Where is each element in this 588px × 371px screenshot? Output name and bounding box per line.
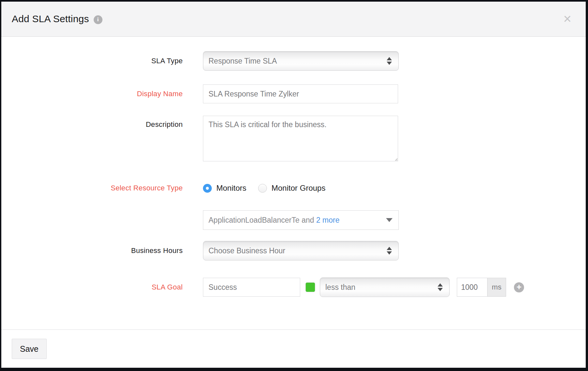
select-spinner-icon <box>438 283 443 291</box>
sla-type-label: SLA Type <box>1 57 183 65</box>
business-hours-selected-value: Choose Business Hour <box>209 246 387 255</box>
sla-goal-row: SLA Goal less than ms + <box>1 277 586 297</box>
sla-goal-controls: less than ms + <box>203 277 586 297</box>
display-name-label: Display Name <box>1 90 183 98</box>
sla-type-row: SLA Type Response Time SLA <box>1 51 586 71</box>
business-hours-select[interactable]: Choose Business Hour <box>203 241 399 260</box>
sla-goal-label: SLA Goal <box>1 283 183 291</box>
goal-condition-input[interactable] <box>203 278 300 297</box>
business-hours-row: Business Hours Choose Business Hour <box>1 241 586 260</box>
select-spinner-icon <box>387 247 392 255</box>
monitors-row: ApplicationLoadBalancerTe and 2 more <box>1 210 586 230</box>
display-name-input[interactable] <box>203 84 398 103</box>
resource-type-radio-group: Monitors Monitor Groups <box>203 182 586 194</box>
save-button[interactable]: Save <box>12 339 47 359</box>
description-label: Description <box>1 120 183 129</box>
goal-unit-addon: ms <box>487 278 506 296</box>
add-sla-settings-dialog: Add SLA Settings i × SLA Type Response T… <box>1 2 586 368</box>
dialog-header: Add SLA Settings i × <box>1 2 586 37</box>
radio-unselected-icon[interactable] <box>258 184 267 193</box>
resource-type-row: Select Resource Type Monitors Monitor Gr… <box>1 182 586 194</box>
goal-threshold-input[interactable] <box>457 278 487 296</box>
goal-status-swatch[interactable] <box>305 282 315 292</box>
goal-comparator-select[interactable]: less than <box>320 277 450 297</box>
dialog-footer: Save <box>1 329 586 368</box>
description-textarea[interactable]: This SLA is critical for the business. <box>203 116 398 161</box>
add-goal-plus-icon[interactable]: + <box>514 282 524 292</box>
info-icon[interactable]: i <box>94 15 102 24</box>
radio-option-monitor-groups[interactable]: Monitor Groups <box>258 184 325 193</box>
radio-selected-icon[interactable] <box>203 184 212 193</box>
sla-type-selected-value: Response Time SLA <box>209 57 387 66</box>
radio-option-monitors[interactable]: Monitors <box>203 184 246 193</box>
radio-monitor-groups-label: Monitor Groups <box>271 184 325 193</box>
dialog-title: Add SLA Settings <box>12 13 89 24</box>
chevron-down-icon <box>386 218 393 222</box>
display-name-row: Display Name <box>1 84 586 103</box>
sla-type-select[interactable]: Response Time SLA <box>203 51 399 71</box>
business-hours-label: Business Hours <box>1 246 183 255</box>
goal-comparator-value: less than <box>325 283 438 292</box>
monitors-selected-value: ApplicationLoadBalancerTe and <box>209 216 316 224</box>
select-spinner-icon <box>387 57 392 65</box>
close-icon[interactable]: × <box>563 12 571 26</box>
sla-form: SLA Type Response Time SLA Display Name … <box>1 37 586 329</box>
description-row: Description This SLA is critical for the… <box>1 116 586 163</box>
goal-threshold-group: ms <box>457 278 506 297</box>
monitors-more-link[interactable]: 2 more <box>316 216 340 224</box>
monitors-multiselect[interactable]: ApplicationLoadBalancerTe and 2 more <box>203 210 399 230</box>
radio-monitors-label: Monitors <box>216 184 246 193</box>
resource-type-label: Select Resource Type <box>1 184 183 192</box>
